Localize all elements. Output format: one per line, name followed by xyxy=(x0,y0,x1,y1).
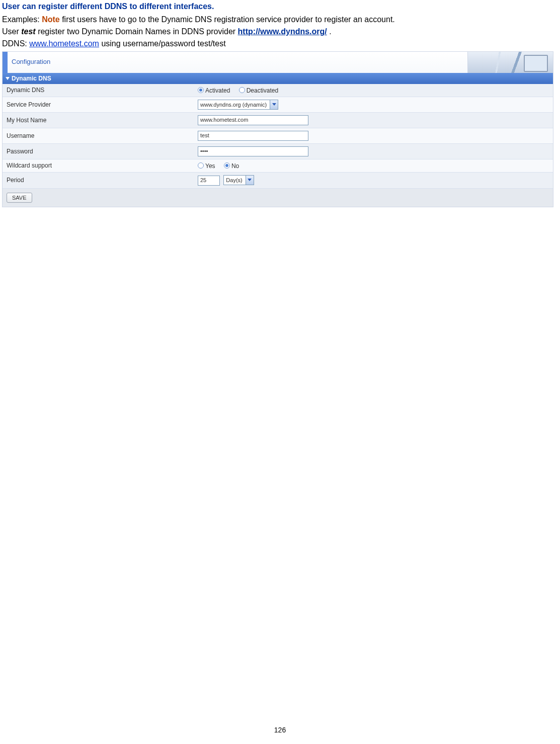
text: using username/password test/test xyxy=(99,39,226,48)
ddns-line: DDNS: www.hometest.com using username/pa… xyxy=(2,39,556,48)
row-period: Period 25 Day(s) xyxy=(3,172,553,188)
text: Examples: xyxy=(2,15,42,24)
form-table: Dynamic DNS Activated Deactivated Servic… xyxy=(3,84,553,189)
text: DDNS: xyxy=(2,39,29,48)
label: Period xyxy=(3,172,194,188)
text: first users have to go to the Dynamic DN… xyxy=(60,15,395,24)
period-input[interactable]: 25 xyxy=(198,176,220,186)
label: Password xyxy=(3,143,194,159)
chevron-down-icon xyxy=(6,77,10,80)
text: . xyxy=(327,27,332,36)
period-unit-select[interactable]: Day(s) xyxy=(223,175,254,185)
row-password: Password •••• xyxy=(3,143,553,159)
service-provider-select[interactable]: www.dyndns.org (dynamic) xyxy=(198,100,278,110)
hometest-link[interactable]: www.hometest.com xyxy=(29,39,99,48)
username-input[interactable]: test xyxy=(198,131,308,141)
radio-yes-label: Yes xyxy=(205,162,215,170)
row-service-provider: Service Provider www.dyndns.org (dynamic… xyxy=(3,97,553,112)
password-input[interactable]: •••• xyxy=(198,146,308,156)
dyndns-link[interactable]: http://www.dyndns.org/ xyxy=(238,27,327,36)
row-dynamic-dns: Dynamic DNS Activated Deactivated xyxy=(3,84,553,97)
radio-activated-label: Activated xyxy=(205,87,230,94)
section-title: Dynamic DNS xyxy=(12,75,51,82)
banner-accent xyxy=(3,52,8,73)
button-row: SAVE xyxy=(3,189,553,207)
banner-title: Configuration xyxy=(8,52,50,73)
radio-no-label: No xyxy=(231,162,239,170)
chevron-down-icon xyxy=(270,100,278,109)
radio-deactivated-label: Deactivated xyxy=(247,87,278,94)
user-line: User test register two Dynamic Domain Na… xyxy=(2,27,556,36)
note-word: Note xyxy=(42,15,60,24)
page-number: 126 xyxy=(0,726,560,734)
label: My Host Name xyxy=(3,112,194,128)
radio-yes[interactable] xyxy=(198,162,204,169)
page-heading: User can register different DDNS to diff… xyxy=(2,2,556,11)
select-value: www.dyndns.org (dynamic) xyxy=(200,102,270,108)
label: Service Provider xyxy=(3,97,194,112)
row-wildcard: Wildcard support Yes No xyxy=(3,159,553,172)
router-config-screenshot: Configuration Dynamic DNS Dynamic DNS Ac… xyxy=(2,51,553,207)
label: Wildcard support xyxy=(3,159,194,172)
radio-deactivated[interactable] xyxy=(239,87,245,93)
text: register two Dynamic Domain Names in DDN… xyxy=(36,27,238,36)
chevron-down-icon xyxy=(246,176,254,185)
user-name: test xyxy=(21,27,35,36)
host-name-input[interactable]: www.hometest.com xyxy=(198,115,308,125)
text: User xyxy=(2,27,21,36)
banner-decor-image xyxy=(467,52,553,73)
save-button[interactable]: SAVE xyxy=(7,193,32,203)
row-my-host-name: My Host Name www.hometest.com xyxy=(3,112,553,128)
examples-paragraph: Examples: Note first users have to go to… xyxy=(2,15,556,24)
row-username: Username test xyxy=(3,128,553,143)
label: Dynamic DNS xyxy=(3,84,194,97)
select-value: Day(s) xyxy=(226,177,245,183)
label: Username xyxy=(3,128,194,143)
section-header[interactable]: Dynamic DNS xyxy=(3,73,553,84)
radio-activated[interactable] xyxy=(198,87,204,93)
radio-no[interactable] xyxy=(224,162,230,169)
banner: Configuration xyxy=(3,52,553,73)
